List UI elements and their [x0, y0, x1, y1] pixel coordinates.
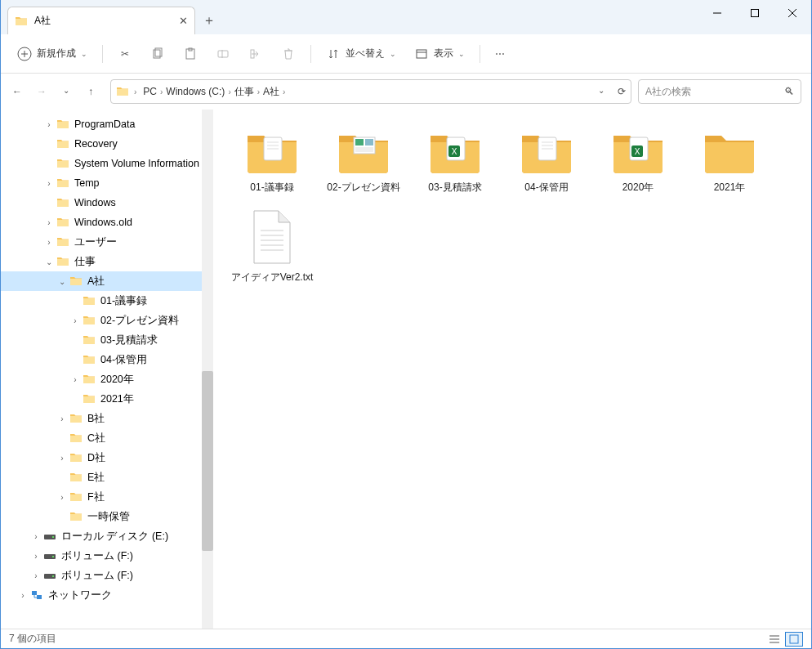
share-button[interactable] — [242, 42, 270, 66]
tree-item[interactable]: -E社 — [1, 468, 213, 487]
folder-icon — [83, 314, 96, 327]
tree-item[interactable]: ›Temp — [1, 173, 213, 193]
chevron-right-icon[interactable]: › — [30, 571, 42, 580]
chevron-right-icon[interactable]: › — [17, 591, 29, 600]
tab-title: A社 — [34, 14, 51, 28]
tree-label: 2020年 — [100, 373, 134, 387]
breadcrumb-segment[interactable]: PC — [141, 84, 158, 99]
tree-item[interactable]: ›ボリューム (F:) — [1, 566, 213, 585]
chevron-down-icon[interactable]: ⌄ — [598, 86, 605, 97]
chevron-right-icon[interactable]: › — [281, 87, 287, 96]
chevron-right-icon[interactable]: › — [69, 375, 81, 384]
tree-item[interactable]: -C社 — [1, 428, 213, 448]
maximize-button[interactable] — [736, 0, 774, 26]
details-view-button[interactable] — [765, 632, 783, 647]
chevron-down-icon[interactable]: ⌄ — [43, 257, 55, 266]
tree-item[interactable]: ›ローカル ディスク (E:) — [1, 526, 213, 546]
breadcrumb-segment[interactable]: A社 — [261, 84, 281, 99]
tree-item[interactable]: ›ネットワーク — [1, 585, 213, 605]
chevron-right-icon[interactable]: › — [56, 454, 68, 463]
window-tab[interactable]: A社 ✕ — [7, 7, 195, 34]
chevron-right-icon[interactable]: › — [30, 552, 42, 561]
tree-item[interactable]: -一時保管 — [1, 507, 213, 526]
breadcrumb-segment[interactable]: Windows (C:) — [164, 84, 226, 99]
chevron-right-icon[interactable]: › — [56, 493, 68, 502]
chevron-right-icon[interactable]: › — [226, 87, 232, 96]
tree-item[interactable]: -01-議事録 — [1, 291, 213, 311]
folder-item[interactable]: X03-見積請求 — [409, 124, 501, 214]
tree-item[interactable]: ›F社 — [1, 487, 213, 507]
folder-item[interactable]: 2021年 — [684, 124, 775, 214]
chevron-right-icon[interactable]: › — [132, 87, 138, 96]
folder-item[interactable]: 02-プレゼン資料 — [318, 124, 409, 214]
text-file-icon — [243, 217, 301, 265]
tree-label: 03-見積請求 — [100, 333, 158, 347]
folder-icon — [69, 432, 83, 445]
sort-button[interactable]: 並べ替え ⌄ — [319, 42, 403, 66]
search-input[interactable]: A社の検索 🔍︎ — [638, 79, 801, 104]
up-button[interactable]: ↑ — [84, 86, 97, 97]
forward-button[interactable]: → — [35, 86, 48, 97]
address-bar[interactable]: › PC›Windows (C:)›仕事›A社› ⌄ ⟳ — [110, 79, 631, 104]
tree-item[interactable]: -Recovery — [1, 134, 213, 154]
chevron-right-icon[interactable]: › — [256, 87, 261, 96]
tree-item[interactable]: ›ProgramData — [1, 114, 213, 134]
search-placeholder: A社の検索 — [645, 85, 691, 99]
folder-icon — [56, 216, 69, 229]
rename-button[interactable] — [209, 42, 237, 66]
close-tab-icon[interactable]: ✕ — [179, 15, 188, 27]
tree-item[interactable]: ›2020年 — [1, 369, 213, 389]
tree-item[interactable]: -04-保管用 — [1, 350, 213, 369]
folder-item[interactable]: 01-議事録 — [226, 124, 318, 214]
breadcrumb-segment[interactable]: 仕事 — [233, 84, 256, 99]
chevron-right-icon[interactable]: › — [43, 218, 55, 227]
tree-item[interactable]: ⌄A社 — [1, 271, 213, 291]
recent-button[interactable]: ⌄ — [60, 86, 73, 97]
chevron-right-icon[interactable]: › — [43, 120, 55, 129]
new-tab-button[interactable]: ＋ — [195, 7, 223, 34]
tree-item[interactable]: ›02-プレゼン資料 — [1, 311, 213, 330]
more-button[interactable]: ⋯ — [489, 43, 511, 65]
new-button[interactable]: 新規作成 ⌄ — [11, 42, 94, 66]
back-button[interactable]: ← — [11, 86, 24, 97]
chevron-right-icon[interactable]: › — [56, 414, 68, 423]
chevron-down-icon[interactable]: ⌄ — [56, 277, 68, 286]
close-window-button[interactable] — [774, 0, 811, 26]
tree-item[interactable]: ›ユーザー — [1, 232, 213, 252]
tree-item[interactable]: ›ボリューム (F:) — [1, 546, 213, 566]
view-button[interactable]: 表示 ⌄ — [408, 42, 471, 66]
separator — [480, 45, 480, 63]
tree-item[interactable]: -2021年 — [1, 389, 213, 409]
delete-button[interactable] — [274, 42, 302, 66]
minimize-button[interactable] — [698, 0, 736, 26]
folder-item[interactable]: 04-保管用 — [501, 124, 592, 214]
tree-item[interactable]: ⌄仕事 — [1, 252, 213, 271]
file-item[interactable]: アイディアVer2.txt — [226, 214, 318, 304]
folder-icon: X — [426, 128, 484, 175]
tree-item[interactable]: ›D社 — [1, 448, 213, 468]
scrollbar-thumb[interactable] — [202, 371, 213, 551]
tree-item[interactable]: -Windows — [1, 193, 213, 213]
chevron-right-icon[interactable]: › — [43, 179, 55, 188]
tree-item[interactable]: -03-見積請求 — [1, 330, 213, 350]
chevron-right-icon[interactable]: › — [69, 316, 81, 325]
file-grid[interactable]: 01-議事録02-プレゼン資料X03-見積請求04-保管用X2020年2021年… — [213, 110, 811, 629]
folder-icon — [69, 510, 83, 523]
cut-button[interactable]: ✂ — [111, 42, 139, 66]
paste-button[interactable] — [176, 42, 204, 66]
tree-item[interactable]: -System Volume Information — [1, 154, 213, 173]
chevron-right-icon[interactable]: › — [30, 532, 42, 541]
tree-item[interactable]: ›B社 — [1, 409, 213, 428]
nav-tree[interactable]: ›ProgramData-Recovery-System Volume Info… — [1, 110, 213, 629]
folder-item[interactable]: X2020年 — [592, 124, 684, 214]
refresh-button[interactable]: ⟳ — [618, 86, 626, 97]
svg-rect-29 — [355, 139, 364, 145]
chevron-down-icon: ⌄ — [458, 50, 465, 58]
icons-view-button[interactable] — [785, 632, 803, 647]
copy-button[interactable] — [144, 42, 172, 66]
folder-icon — [83, 353, 96, 366]
chevron-right-icon[interactable]: › — [43, 238, 55, 247]
navbar: ← → ⌄ ↑ › PC›Windows (C:)›仕事›A社› ⌄ ⟳ A社の… — [1, 74, 811, 110]
tree-item[interactable]: ›Windows.old — [1, 213, 213, 232]
item-count: 7 個の項目 — [9, 632, 56, 646]
